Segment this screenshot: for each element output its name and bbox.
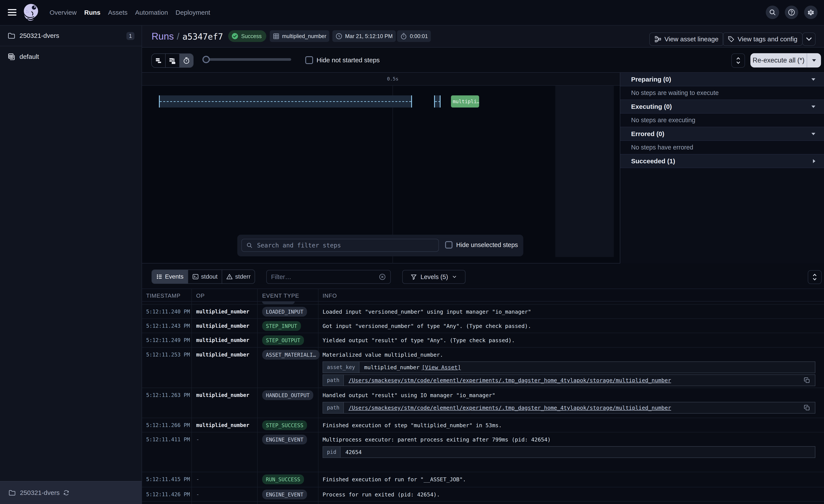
step-section-header[interactable]: Executing (0) (620, 100, 824, 114)
gantt-chart: 0.5s multipli… Hide unselected steps Pre… (142, 73, 824, 263)
sidebar-item-code-location[interactable]: 250321-dvers 1 (0, 25, 141, 46)
reexecute-options-button[interactable] (807, 53, 821, 68)
log-row[interactable]: 5:12:11.240 PMmultiplied_numberLOADED_IN… (142, 304, 824, 319)
log-row[interactable]: 5:12:11.411 PM-ENGINE_EVENTMultiprocess … (142, 432, 824, 472)
hide-unselected-checkbox[interactable] (445, 241, 452, 249)
log-info: Multiprocess executor: parent process ex… (323, 436, 551, 443)
metadata-link[interactable]: [View Asset] (422, 364, 461, 371)
expand-collapse-button[interactable] (731, 53, 745, 68)
help-button[interactable] (785, 6, 798, 19)
settings-button[interactable] (804, 6, 818, 19)
log-row-partial[interactable] (142, 301, 824, 304)
zoom-slider-track[interactable] (203, 58, 291, 61)
view-tags-config-button[interactable]: View tags and config (722, 32, 803, 46)
view-asset-lineage-label: View asset lineage (664, 35, 719, 43)
duration-label: 0:00:01 (410, 33, 428, 39)
copy-icon[interactable] (804, 404, 810, 411)
gantt-waiting-bar[interactable] (434, 95, 440, 108)
run-id: a5347ef7 (182, 32, 223, 41)
log-filter-box (266, 270, 391, 284)
metadata-link[interactable]: /Users/smackesey/stm/code/elementl/exper… (348, 377, 671, 384)
log-timestamp[interactable]: 5:12:11.415 PM (146, 476, 190, 482)
gantt-waiting-bar[interactable] (159, 95, 412, 108)
start-time-label: Mar 21, 5:12:10 PM (345, 33, 393, 39)
log-op: multiplied_number (196, 323, 249, 329)
levels-dropdown[interactable]: Levels (5) (402, 270, 466, 284)
clear-filter-icon[interactable] (379, 273, 386, 280)
step-section-message: No steps are executing (631, 117, 695, 124)
caret-right-icon (812, 158, 816, 164)
gantt-step-box[interactable]: multipli… (451, 95, 479, 108)
log-timestamp[interactable]: 5:12:11.249 PM (146, 337, 190, 343)
folder-icon (9, 490, 16, 496)
sidebar-item-default[interactable]: default (0, 46, 141, 67)
gantt-overflow-strip (555, 86, 614, 257)
caret-down-icon (811, 132, 816, 136)
log-row[interactable]: 5:12:11.263 PMmultiplied_numberHANDLED_O… (142, 388, 824, 418)
menu-icon[interactable] (8, 9, 16, 16)
time-marker-label: 0.5s (387, 76, 399, 82)
gantt-mode-flat-button[interactable] (152, 54, 166, 67)
metadata-value: /Users/smackesey/stm/code/elementl/exper… (344, 375, 815, 386)
log-timestamp[interactable]: 5:12:11.263 PM (146, 392, 190, 398)
event-type-badge: HANDLED_OUTPUT (262, 390, 313, 400)
step-section-body: No steps are executing (620, 114, 824, 127)
log-filter-input[interactable] (271, 273, 379, 280)
log-timestamp[interactable]: 5:12:11.266 PM (146, 422, 190, 428)
nav-items: OverviewRunsAssetsAutomationDeployment (49, 0, 210, 25)
nav-item-runs[interactable]: Runs (84, 9, 100, 16)
step-section-body: No steps are waiting to execute (620, 86, 824, 100)
hide-not-started-label[interactable]: Hide not started steps (316, 56, 380, 64)
gantt-mode-waterfall-button[interactable] (166, 54, 180, 67)
tab-stderr[interactable]: stderr (222, 270, 255, 283)
log-timestamp[interactable]: 5:12:11.240 PM (146, 309, 190, 315)
nav-item-assets[interactable]: Assets (108, 9, 127, 16)
breadcrumb-runs[interactable]: Runs (151, 31, 174, 42)
log-row[interactable]: 5:12:11.426 PM-ENGINE_EVENTProcess for r… (142, 487, 824, 502)
metadata-link[interactable]: /Users/smackesey/stm/code/elementl/exper… (348, 405, 671, 411)
step-section-title: Executing (0) (631, 103, 672, 110)
hide-unselected-label[interactable]: Hide unselected steps (456, 241, 518, 249)
step-search-input[interactable] (257, 242, 434, 249)
hide-not-started-checkbox[interactable] (305, 56, 313, 64)
zoom-slider-knob[interactable] (202, 56, 210, 63)
caret-down-icon (811, 58, 817, 62)
log-timestamp[interactable]: 5:12:11.426 PM (146, 491, 190, 498)
check-circle-icon (231, 32, 238, 40)
waterfall-gantt-icon (169, 57, 176, 64)
log-row[interactable]: 5:12:11.243 PMmultiplied_numberSTEP_INPU… (142, 319, 824, 333)
copy-icon[interactable] (804, 377, 810, 384)
tab-stdout[interactable]: stdout (188, 270, 222, 283)
refresh-icon[interactable] (63, 490, 70, 496)
log-row[interactable]: 5:12:11.249 PMmultiplied_numberSTEP_OUTP… (142, 333, 824, 348)
nav-item-automation[interactable]: Automation (135, 9, 168, 16)
column-header-op: OP (196, 292, 205, 299)
log-timestamp[interactable]: 5:12:11.411 PM (146, 436, 190, 443)
view-asset-lineage-button[interactable]: View asset lineage (649, 32, 724, 46)
log-row[interactable]: 5:12:11.415 PM-RUN_SUCCESSFinished execu… (142, 472, 824, 487)
step-section-title: Errored (0) (631, 130, 664, 138)
nav-item-overview[interactable]: Overview (49, 9, 77, 16)
reexecute-all-button[interactable]: Re-execute all (*) (750, 53, 807, 68)
event-type-badge: RUN_SUCCESS (262, 475, 304, 484)
gantt-mode-timed-button[interactable] (180, 54, 193, 67)
dagster-logo-icon[interactable] (22, 3, 39, 21)
step-section-header[interactable]: Succeeded (1) (620, 154, 824, 168)
step-section-header[interactable]: Preparing (0) (620, 73, 824, 86)
log-row[interactable]: 5:12:11.266 PMmultiplied_numberSTEP_SUCC… (142, 418, 824, 432)
log-timestamp[interactable]: 5:12:11.253 PM (146, 352, 190, 358)
asset-tag[interactable]: multiplied_number (270, 30, 329, 42)
tab-label: Events (165, 273, 184, 280)
log-info: Finished execution of run for "__ASSET_J… (323, 476, 466, 483)
search-button[interactable] (766, 6, 779, 19)
terminal-icon (192, 273, 199, 280)
hide-unselected-control: Hide unselected steps (445, 241, 518, 249)
log-row[interactable]: 5:12:11.253 PMmultiplied_numberASSET_MAT… (142, 348, 824, 388)
step-section-header[interactable]: Errored (0) (620, 127, 824, 141)
nav-item-deployment[interactable]: Deployment (176, 9, 210, 16)
header-more-button[interactable] (802, 32, 816, 46)
tab-events[interactable]: Events (152, 270, 188, 283)
log-timestamp[interactable]: 5:12:11.243 PM (146, 323, 190, 329)
gantt-toolbar: Hide not started steps Re-execute all (*… (142, 47, 824, 73)
expand-log-button[interactable] (808, 270, 822, 284)
